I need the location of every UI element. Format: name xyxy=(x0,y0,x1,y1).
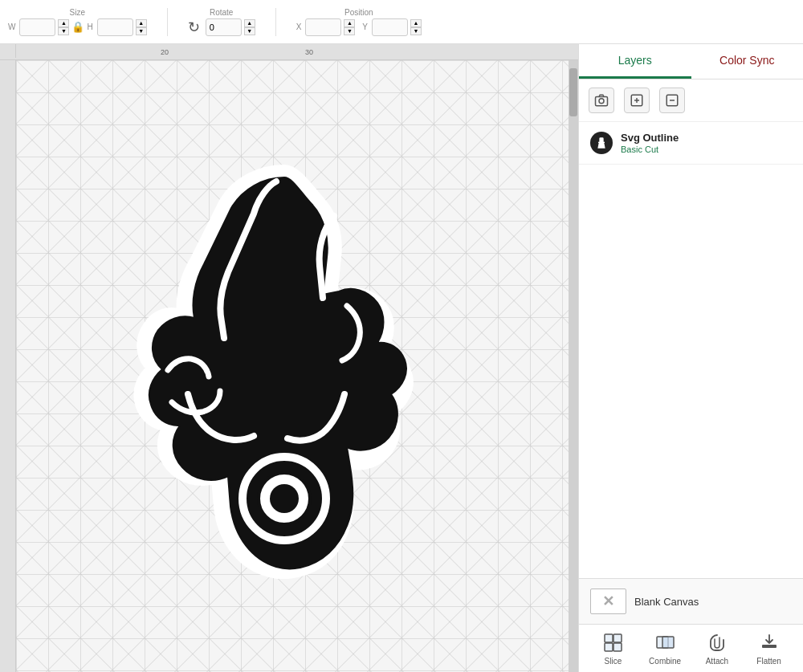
svg-point-2 xyxy=(270,484,299,513)
screenshot-button[interactable] xyxy=(589,88,614,113)
layer-item[interactable]: Svg Outline Basic Cut xyxy=(579,122,803,165)
canvas-preview-thumbnail: ✕ xyxy=(590,589,626,614)
x-label: X xyxy=(296,22,302,31)
delete-layer-button[interactable] xyxy=(659,88,685,113)
svg-rect-11 xyxy=(598,142,605,143)
height-down-btn[interactable]: ▼ xyxy=(136,27,147,35)
y-label: Y xyxy=(362,22,368,31)
y-stepper[interactable]: ▲ ▼ xyxy=(410,19,422,35)
divider-1 xyxy=(167,8,168,36)
rotate-icon: ↻ xyxy=(188,18,200,36)
position-group: Position X ▲ ▼ Y ▲ ▼ xyxy=(296,8,422,36)
x-input[interactable] xyxy=(305,18,341,36)
size-group: Size W ▲ ▼ 🔒 H ▲ ▼ xyxy=(8,8,147,36)
attach-icon xyxy=(706,631,728,654)
rotate-input[interactable] xyxy=(206,18,242,36)
canvas-label: Blank Canvas xyxy=(634,596,699,608)
lock-icon[interactable]: 🔒 xyxy=(71,21,84,33)
svg-rect-18 xyxy=(762,645,777,648)
rotate-group: Rotate ↻ ▲ ▼ xyxy=(188,8,255,36)
svg-point-4 xyxy=(599,99,604,104)
right-panel: Layers Color Sync xyxy=(578,44,803,672)
y-input[interactable] xyxy=(372,18,408,36)
rotate-stepper[interactable]: ▲ ▼ xyxy=(244,19,255,35)
attach-label: Attach xyxy=(706,657,728,666)
x-down-btn[interactable]: ▼ xyxy=(344,27,355,35)
tab-layers[interactable]: Layers xyxy=(579,44,691,79)
x-stepper[interactable]: ▲ ▼ xyxy=(344,19,355,35)
panel-tabs: Layers Color Sync xyxy=(579,44,803,79)
ruler-mark-30: 30 xyxy=(305,48,313,56)
layer-thumbnail xyxy=(590,132,613,154)
position-label: Position xyxy=(344,8,373,17)
combine-icon xyxy=(654,631,676,654)
position-inputs: X ▲ ▼ Y ▲ ▼ xyxy=(296,18,422,36)
canvas-row xyxy=(0,60,578,672)
layer-type: Basic Cut xyxy=(621,145,792,154)
svg-rect-14 xyxy=(605,643,613,651)
w-label: W xyxy=(8,22,15,31)
rotate-inputs: ↻ ▲ ▼ xyxy=(188,18,255,36)
slice-button[interactable]: Slice xyxy=(593,631,633,666)
h-label: H xyxy=(87,22,92,31)
x-up-btn[interactable]: ▲ xyxy=(344,19,355,27)
canvas-content xyxy=(16,60,569,672)
scrollbar-vertical[interactable] xyxy=(569,60,578,672)
canvas-with-ruler: 20 30 xyxy=(0,44,578,672)
y-up-btn[interactable]: ▲ xyxy=(410,19,422,27)
scrollbar-thumb[interactable] xyxy=(569,68,577,116)
height-input[interactable] xyxy=(97,18,133,36)
height-stepper[interactable]: ▲ ▼ xyxy=(136,19,147,35)
size-inputs: W ▲ ▼ 🔒 H ▲ ▼ xyxy=(8,18,147,36)
main-toolbar: Size W ▲ ▼ 🔒 H ▲ ▼ Rotate ↻ ▲ ▼ xyxy=(0,0,803,44)
panel-toolbar xyxy=(579,79,803,122)
rotate-down-btn[interactable]: ▼ xyxy=(244,27,255,35)
svg-rect-17 xyxy=(662,637,674,648)
svg-rect-13 xyxy=(613,634,622,642)
canvas-grid[interactable] xyxy=(16,60,569,672)
canvas-svg xyxy=(124,153,461,579)
width-stepper[interactable]: ▲ ▼ xyxy=(58,19,69,35)
canvas-x-mark: ✕ xyxy=(602,593,614,610)
divider-2 xyxy=(275,8,276,36)
ruler-mark-20: 20 xyxy=(161,48,169,56)
height-up-btn[interactable]: ▲ xyxy=(136,19,147,27)
svg-rect-15 xyxy=(613,643,622,651)
slice-label: Slice xyxy=(605,657,622,666)
width-input[interactable] xyxy=(19,18,55,36)
width-down-btn[interactable]: ▼ xyxy=(58,27,69,35)
rotate-label: Rotate xyxy=(210,8,233,17)
tab-color-sync[interactable]: Color Sync xyxy=(691,44,804,79)
slice-icon xyxy=(601,631,624,654)
ruler-top: 20 30 xyxy=(0,44,578,60)
combine-label: Combine xyxy=(649,657,681,666)
bottom-action-bar: Slice Combine xyxy=(579,624,803,672)
canvas-selector[interactable]: ✕ Blank Canvas xyxy=(579,578,803,624)
layer-name: Svg Outline xyxy=(621,132,792,144)
attach-button[interactable]: Attach xyxy=(697,631,737,666)
add-layer-button[interactable] xyxy=(624,88,650,113)
layers-list: Svg Outline Basic Cut xyxy=(579,122,803,165)
size-label: Size xyxy=(70,8,85,17)
svg-rect-12 xyxy=(605,634,613,642)
flatten-icon xyxy=(758,631,781,654)
main-area: 20 30 xyxy=(0,44,803,672)
flatten-label: Flatten xyxy=(756,657,781,666)
combine-button[interactable]: Combine xyxy=(645,631,685,666)
layer-info: Svg Outline Basic Cut xyxy=(621,132,792,154)
rotate-up-btn[interactable]: ▲ xyxy=(244,19,255,27)
flatten-button[interactable]: Flatten xyxy=(749,631,789,666)
width-up-btn[interactable]: ▲ xyxy=(58,19,69,27)
ruler-left xyxy=(0,60,16,672)
y-down-btn[interactable]: ▼ xyxy=(410,27,422,35)
